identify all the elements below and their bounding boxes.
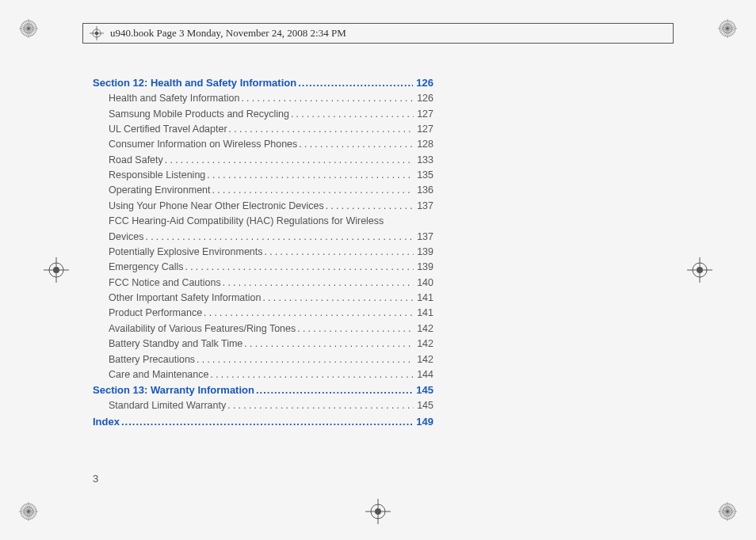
toc-leader [262,291,414,306]
crop-mark-icon [718,19,737,38]
toc-page: 141 [415,291,433,306]
toc-label: Care and Maintenance [109,367,208,382]
toc-label: Potentially Explosive Environments [109,245,263,260]
toc-label: Health and Safety Information [109,91,239,106]
page-number: 3 [93,473,98,485]
toc-leader [165,153,414,168]
table-of-contents: Section 12: Health and Safety Informatio… [93,75,433,430]
toc-leader [299,137,414,152]
toc-leader [197,352,414,367]
toc-entry: Product Performance 141 [93,306,433,321]
toc-leader [210,367,414,382]
toc-label: Using Your Phone Near Other Electronic D… [109,199,324,214]
toc-label: FCC Notice and Cautions [109,276,221,291]
toc-page: 142 [415,352,433,367]
toc-leader [204,306,414,321]
toc-label: Availability of Various Features/Ring To… [109,321,296,337]
toc-label: Responsible Listening [109,168,205,183]
toc-section: Index 149 [93,414,433,430]
toc-page: 126 [415,91,433,106]
toc-page: 126 [414,75,433,91]
toc-page: 139 [415,245,433,260]
toc-page: 142 [415,321,433,337]
toc-leader [223,276,414,291]
toc-leader [297,321,414,337]
toc-page: 127 [415,122,433,137]
crop-mark-icon [718,502,737,521]
crop-mark-icon [19,19,38,38]
toc-page: 145 [415,398,433,413]
crop-mark-icon [19,502,38,521]
toc-entry: Emergency Calls139 [93,260,433,275]
toc-page: 137 [415,199,433,214]
toc-entry: UL Certified Travel Adapter 127 [93,122,433,137]
toc-label: Section 13: Warranty Information [93,382,254,398]
registration-mark-icon [90,26,104,40]
toc-entry: FCC Notice and Cautions 140 [93,276,433,291]
toc-entry: Care and Maintenance 144 [93,367,433,382]
toc-entry: Road Safety 133 [93,153,433,168]
toc-label: Road Safety [109,153,163,168]
toc-label: Index [93,414,120,430]
toc-leader [121,414,413,430]
toc-label: Samsung Mobile Products and Recycling [109,107,289,122]
toc-leader [241,91,414,106]
toc-label: Operating Environment [109,183,211,198]
toc-page: 141 [415,306,433,321]
toc-entry: Battery Precautions 142 [93,352,433,367]
toc-leader [145,230,414,245]
toc-page: 139 [415,260,433,275]
toc-leader [227,398,414,413]
toc-page: 133 [415,153,433,168]
toc-label: Section 12: Health and Safety Informatio… [93,75,296,91]
toc-label: Consumer Information on Wireless Phones [109,137,297,152]
toc-page: 127 [415,107,433,122]
toc-page: 145 [414,382,433,398]
toc-label: Battery Standby and Talk Time [109,337,242,352]
page-header: u940.book Page 3 Monday, November 24, 20… [82,23,674,44]
toc-page: 136 [415,183,433,198]
toc-label: Standard Limited Warranty [109,398,226,413]
toc-entry: Availability of Various Features/Ring To… [93,321,433,337]
toc-page: 140 [415,276,433,291]
toc-entry: Samsung Mobile Products and Recycling 12… [93,107,433,122]
toc-entry: Responsible Listening135 [93,168,433,183]
toc-label: UL Certified Travel Adapter [109,122,227,137]
toc-page: 128 [415,137,433,152]
toc-label: Devices [109,230,143,245]
toc-label: FCC Hearing-Aid Compatibility (HAC) Regu… [109,214,433,229]
toc-leader [256,382,413,398]
toc-label: Product Performance [109,306,202,321]
registration-mark-icon [44,257,69,283]
toc-page: 149 [414,414,433,430]
toc-entry: Standard Limited Warranty 145 [93,398,433,413]
toc-section: Section 13: Warranty Information 145 [93,382,433,398]
toc-page: 135 [415,168,433,183]
toc-entry: Battery Standby and Talk Time 142 [93,337,433,352]
toc-page: 142 [415,337,433,352]
toc-leader [212,183,414,198]
toc-page: 144 [415,367,433,382]
toc-leader [326,199,414,214]
toc-entry: Consumer Information on Wireless Phones … [93,137,433,152]
toc-entry: Other Important Safety Information 141 [93,291,433,306]
toc-label: Emergency Calls [109,260,183,275]
toc-leader [265,245,414,260]
toc-leader [244,337,414,352]
toc-leader [185,260,414,275]
toc-entry: Using Your Phone Near Other Electronic D… [93,199,433,214]
toc-label: Battery Precautions [109,352,195,367]
toc-entry: Potentially Explosive Environments 139 [93,245,433,260]
registration-mark-icon [687,257,712,283]
registration-mark-icon [365,499,391,524]
toc-entry: Health and Safety Information126 [93,91,433,106]
toc-leader [291,107,414,122]
toc-entry: Operating Environment 136 [93,183,433,198]
toc-label: Other Important Safety Information [109,291,261,306]
toc-section: Section 12: Health and Safety Informatio… [93,75,433,91]
toc-leader [207,168,414,183]
toc-leader [229,122,414,137]
header-text: u940.book Page 3 Monday, November 24, 20… [110,27,346,40]
toc-leader [298,75,413,91]
toc-entry: FCC Hearing-Aid Compatibility (HAC) Regu… [93,214,433,245]
